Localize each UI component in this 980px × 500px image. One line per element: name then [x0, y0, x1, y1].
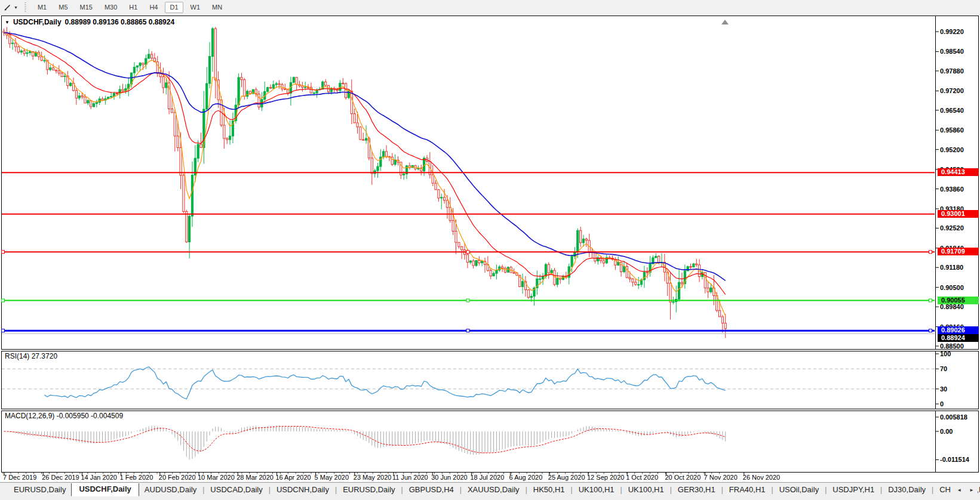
date-axis-label: 16 Apr 2020	[275, 474, 311, 481]
chart-tab-usdchf-daily[interactable]: USDCHF,Daily	[71, 483, 139, 496]
level-line-handle[interactable]	[2, 329, 5, 332]
price-axis-tick-label: 0.88500	[940, 342, 964, 350]
chart-tab-eurusd-daily[interactable]: EURUSD,Daily	[8, 483, 71, 496]
price-level-label: 0.93001	[938, 210, 979, 218]
rsi-axis-tick-label: 70	[940, 365, 947, 372]
macd-axis-tick-label: -0.011514	[940, 456, 969, 463]
level-line-handle[interactable]	[466, 329, 469, 332]
chart-tab-hk50-h1[interactable]: HK50,H1	[528, 483, 570, 496]
price-axis-tick-label: 0.95860	[940, 126, 964, 134]
level-line-handle[interactable]	[466, 251, 469, 254]
price-axis-tick-label: 0.92520	[940, 224, 964, 232]
date-axis-label: 7 Nov 2020	[704, 474, 738, 481]
macd-indicator-label: MACD(12,26,9) -0.005950 -0.004509	[5, 412, 123, 420]
chart-tab-uk100-h1[interactable]: UK100,H1	[573, 483, 620, 496]
triangle-down-icon[interactable]: ▼	[5, 20, 10, 25]
price-axis-tick-label: 0.95200	[940, 146, 964, 153]
date-axis-label: 14 Jan 2020	[81, 474, 117, 481]
chart-tab-eurusd-daily[interactable]: EURUSD,Daily	[337, 483, 400, 496]
price-axis-tick-label: 0.91180	[940, 264, 963, 271]
rsi-axis-tick-label: 0	[940, 400, 944, 408]
rsi-indicator-label: RSI(14) 27.3720	[5, 352, 57, 360]
chart-ohlc-values: 0.88989 0.89136 0.88865 0.88924	[65, 18, 175, 26]
window-bottom-strip	[0, 497, 980, 500]
chart-tab-usoil-daily[interactable]: USOil,Daily	[774, 483, 824, 496]
date-axis-label: 6 Aug 2020	[509, 474, 543, 481]
date-axis-label: 26 Nov 2020	[743, 474, 780, 481]
level-line-handle[interactable]	[466, 299, 469, 302]
chart-tab-audusd-daily[interactable]: AUDUSD,Daily	[139, 483, 202, 496]
chart-shift-marker-icon[interactable]	[721, 20, 729, 24]
mt4-window: ▼ M1M5M15M30H1H4D1W1MN ▼ USDCHF,Daily 0.…	[0, 0, 980, 500]
date-axis-label: 18 Jul 2020	[470, 474, 504, 481]
macd-axis-tick-label: 0.00	[940, 428, 953, 435]
date-axis-label: 1 Feb 2020	[120, 474, 153, 481]
date-axis-label: 28 Mar 2020	[236, 474, 274, 481]
price-level-label: 0.90055	[938, 297, 979, 304]
price-axis-tick-label: 0.97200	[940, 87, 964, 94]
current-price-label: 0.88924	[938, 334, 979, 342]
date-axis-label: 26 Dec 2019	[42, 474, 79, 481]
chart-canvas[interactable]	[0, 0, 980, 500]
date-axis-label: 7 Dec 2019	[3, 474, 36, 481]
level-line-handle[interactable]	[929, 329, 932, 332]
chart-tab-bar: EURUSD,DailyUSDCHF,DailyAUDUSD,Daily|USD…	[0, 482, 980, 497]
chart-tab-usdcad-daily[interactable]: USDCAD,Daily	[205, 483, 268, 496]
chart-tabs: EURUSD,DailyUSDCHF,DailyAUDUSD,Daily|USD…	[8, 483, 980, 496]
level-line-handle[interactable]	[2, 251, 5, 254]
date-axis-label: 5 May 2020	[315, 474, 349, 481]
price-axis-tick-label: 0.90500	[940, 284, 964, 291]
chart-tab-usdjpy-h1[interactable]: USDJPY,H1	[827, 483, 880, 496]
price-level-label: 0.94413	[938, 168, 979, 176]
price-axis-tick-label: 0.98540	[940, 48, 964, 55]
main-chart-panel[interactable]	[2, 16, 979, 350]
macd-panel[interactable]	[2, 411, 979, 473]
price-level-label: 0.91709	[938, 248, 979, 255]
date-axis-label: 12 Sep 2020	[587, 474, 624, 481]
chart-tab-fra40-h1[interactable]: FRA40,H1	[724, 483, 771, 496]
date-axis-label: 11 Jun 2020	[392, 474, 428, 481]
date-axis-label: 30 Jun 2020	[431, 474, 468, 481]
level-line-handle[interactable]	[2, 299, 5, 302]
date-axis-label: 1 Oct 2020	[626, 474, 658, 481]
level-line-handle[interactable]	[929, 251, 932, 254]
price-axis-tick-label: 0.93860	[940, 186, 964, 193]
rsi-axis-tick-label: 100	[940, 350, 951, 357]
chart-tab-xauusd-daily[interactable]: XAUUSD,Daily	[462, 483, 525, 496]
price-axis-tick-label: 0.99220	[940, 28, 964, 35]
price-axis-tick-label: 0.96540	[940, 107, 964, 114]
date-axis-label: 20 Oct 2020	[665, 474, 701, 481]
chart-tab-gbpusd-h4[interactable]: GBPUSD,H4	[404, 483, 459, 496]
rsi-axis-tick-label: 30	[940, 385, 947, 393]
chart-tab-dj30-daily[interactable]: DJ30,Daily	[883, 483, 931, 496]
level-line-handle[interactable]	[929, 299, 932, 302]
chart-tab-usdcnh-daily[interactable]: USDCNH,Daily	[271, 483, 334, 496]
date-axis-label: 10 Mar 2020	[198, 474, 235, 481]
price-level-label: 0.89026	[938, 326, 979, 334]
rsi-panel[interactable]	[2, 351, 979, 409]
chart-symbol-label: USDCHF,Daily	[13, 18, 62, 26]
price-axis-tick-label: 0.97880	[940, 67, 964, 75]
tab-scroll-buttons: ◄ ►	[951, 483, 978, 497]
date-axis-label: 20 Feb 2020	[159, 474, 196, 481]
tab-scroll-right-icon[interactable]: ►	[969, 487, 974, 493]
chart-title: ▼ USDCHF,Daily 0.88989 0.89136 0.88865 0…	[5, 18, 174, 26]
chart-tab-uk100-h1[interactable]: UK100,H1	[623, 483, 669, 496]
macd-axis-tick-label: 0.005818	[940, 413, 967, 421]
date-axis-label: 25 Aug 2020	[548, 474, 585, 481]
tab-scroll-left-icon[interactable]: ◄	[957, 487, 961, 493]
chart-tab-ger30-h1[interactable]: GER30,H1	[672, 483, 721, 496]
date-axis-label: 23 May 2020	[354, 474, 392, 481]
